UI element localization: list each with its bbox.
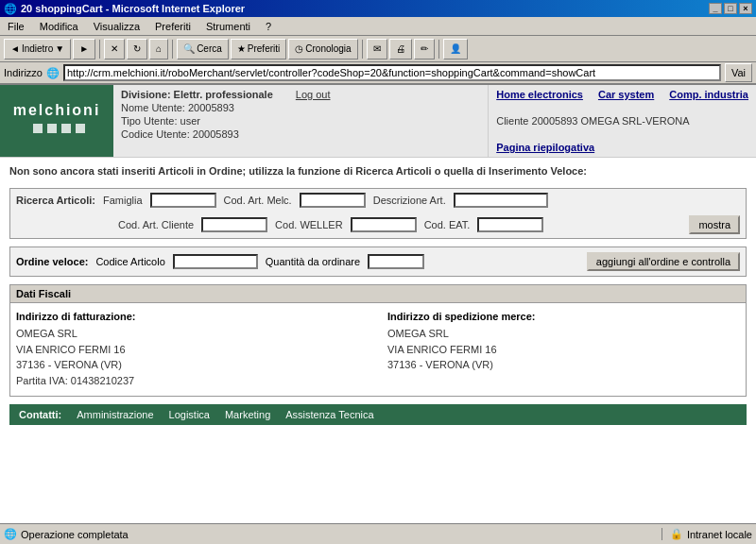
favorites-label: Preferiti — [248, 43, 280, 54]
quantita-input[interactable] — [368, 254, 424, 269]
favorites-button[interactable]: ★ Preferiti — [231, 39, 286, 60]
codice-articolo-input[interactable] — [173, 254, 258, 269]
tipo-utente-text: Tipo Utente: user — [121, 115, 200, 127]
logistica-link[interactable]: Logistica — [169, 409, 210, 420]
ordine-veloce-label: Ordine veloce: — [16, 256, 88, 267]
shipping-line-0: OMEGA SRL — [387, 326, 740, 342]
marketing-link[interactable]: Marketing — [225, 409, 270, 420]
pagina-riepilogativa-link[interactable]: Pagina riepilogativa — [496, 142, 594, 153]
menu-file[interactable]: File — [4, 19, 28, 34]
billing-data: OMEGA SRL VIA ENRICO FERMI 16 37136 - VE… — [16, 326, 369, 388]
forward-button[interactable]: ► — [73, 39, 95, 60]
history-button[interactable]: ◷ Cronologia — [288, 39, 357, 60]
codice-utente-row: Codice Utente: 20005893 — [121, 128, 480, 140]
bottom-nav: Contatti: Amministrazione Logistica Mark… — [9, 404, 747, 425]
back-dropdown-icon: ▼ — [55, 43, 64, 54]
back-button[interactable]: ◄ Indietro ▼ — [4, 39, 71, 60]
comp-industria-link[interactable]: Comp. industria — [669, 89, 748, 100]
toolbar-sep-4 — [438, 40, 439, 59]
print-button[interactable]: 🖨 — [389, 39, 412, 60]
search-button[interactable]: 🔍 Cerca — [177, 39, 229, 60]
car-system-link[interactable]: Car system — [598, 89, 654, 100]
cod-eat-input[interactable] — [477, 217, 543, 232]
header-nav: Home electronics Car system Comp. indust… — [488, 85, 756, 157]
menu-strumenti[interactable]: Strumenti — [202, 19, 254, 34]
shipping-col: Indirizzo di spedizione merce: OMEGA SRL… — [387, 311, 740, 388]
content-body: Non sono ancora stati inseriti Articoli … — [0, 158, 756, 433]
user-button[interactable]: 👤 — [443, 39, 468, 60]
descrizione-art-input[interactable] — [454, 193, 548, 208]
zone-icon: 🔒 — [670, 528, 683, 540]
home-electronics-link[interactable]: Home electronics — [496, 89, 583, 100]
address-input[interactable] — [63, 64, 721, 81]
logo-icon — [28, 119, 85, 138]
menu-visualizza[interactable]: Visualizza — [90, 19, 144, 34]
descrizione-art-label: Descrizione Art. — [373, 195, 446, 206]
header-info: Divisione: Elettr. professionale Log out… — [113, 85, 488, 157]
codice-utente-text: Codice Utente: 20005893 — [121, 128, 239, 140]
contatti-label: Contatti: — [19, 409, 61, 420]
billing-line-2: 37136 - VERONA (VR) — [16, 357, 369, 373]
minimize-button[interactable]: _ — [709, 3, 722, 14]
title-bar: 🌐 20 shoppingCart - Microsoft Internet E… — [0, 0, 756, 17]
quantita-label: Quantità da ordinare — [266, 256, 360, 267]
toolbar-sep-1 — [99, 40, 100, 59]
aggiungi-button[interactable]: aggiungi all'ordine e controlla — [587, 252, 740, 271]
edit-button[interactable]: ✏ — [414, 39, 435, 60]
mostra-button[interactable]: mostra — [689, 215, 740, 234]
stop-button[interactable]: ✕ — [104, 39, 125, 60]
famiglia-input[interactable] — [150, 193, 216, 208]
assistenza-tecnica-link[interactable]: Assistenza Tecnica — [285, 409, 373, 420]
svg-rect-2 — [61, 124, 71, 133]
menu-help[interactable]: ? — [262, 19, 275, 34]
fiscal-body: Indirizzo di fatturazione: OMEGA SRL VIA… — [10, 303, 746, 396]
logo-area: melchioni — [0, 85, 113, 157]
menu-preferiti[interactable]: Preferiti — [151, 19, 195, 34]
home-button[interactable]: ⌂ — [149, 39, 168, 60]
cliente-label: Cliente — [496, 115, 528, 127]
tipo-utente-row: Tipo Utente: user — [121, 115, 480, 127]
mail-button[interactable]: ✉ — [367, 39, 387, 60]
amministrazione-link[interactable]: Amministrazione — [77, 409, 153, 420]
zone-text: Intranet locale — [687, 529, 752, 540]
cod-art-cliente-input[interactable] — [201, 217, 267, 232]
address-icon: 🌐 — [46, 67, 60, 79]
title-bar-left: 🌐 20 shoppingCart - Microsoft Internet E… — [4, 3, 245, 15]
logout-link[interactable]: Log out — [296, 89, 331, 100]
menu-bar: File Modifica Visualizza Preferiti Strum… — [0, 17, 756, 36]
nome-utente-text: Nome Utente: 20005893 — [121, 102, 234, 113]
history-label: Cronologia — [305, 43, 351, 54]
star-icon: ★ — [237, 43, 246, 54]
fiscal-header: Dati Fiscali — [10, 285, 746, 303]
refresh-button[interactable]: ↻ — [127, 39, 147, 60]
window-title: 20 shoppingCart - Microsoft Internet Exp… — [21, 3, 245, 14]
toolbar-sep-3 — [362, 40, 363, 59]
close-button[interactable]: × — [739, 3, 752, 14]
billing-col: Indirizzo di fatturazione: OMEGA SRL VIA… — [16, 311, 369, 388]
go-button[interactable]: Vai — [725, 63, 752, 82]
order-section: Ordine veloce: Codice Articolo Quantità … — [9, 246, 747, 277]
billing-line-1: VIA ENRICO FERMI 16 — [16, 342, 369, 358]
cod-weller-input[interactable] — [351, 217, 417, 232]
cod-art-melc-input[interactable] — [300, 193, 366, 208]
nome-utente-row: Nome Utente: 20005893 — [121, 102, 480, 113]
title-bar-controls: _ □ × — [709, 3, 752, 14]
famiglia-label: Famiglia — [103, 195, 143, 206]
back-label: Indietro — [22, 43, 53, 54]
shipping-line-2: 37136 - VERONA (VR) — [387, 357, 740, 373]
maximize-button[interactable]: □ — [724, 3, 737, 14]
pagina-riepilogativa-row: Pagina riepilogativa — [496, 142, 748, 153]
menu-modifica[interactable]: Modifica — [36, 19, 82, 34]
header-client-info: Cliente 20005893 OMEGA SRL-VERONA — [496, 115, 748, 127]
search-row-1: Ricerca Articoli: Famiglia Cod. Art. Mel… — [10, 189, 746, 212]
toolbar-sep-2 — [172, 40, 173, 59]
logo: melchioni — [13, 102, 101, 141]
ricerca-articoli-label: Ricerca Articoli: — [16, 195, 95, 206]
header-nav-links: Home electronics Car system Comp. indust… — [496, 89, 748, 100]
cod-art-melc-label: Cod. Art. Melc. — [224, 195, 292, 206]
svg-rect-0 — [33, 124, 43, 133]
cliente-code: 20005893 — [532, 115, 578, 127]
cod-art-cliente-label: Cod. Art. Cliente — [118, 219, 194, 230]
shipping-title: Indirizzo di spedizione merce: — [387, 311, 740, 322]
status-bar: 🌐 Operazione completata 🔒 Intranet local… — [0, 523, 756, 544]
